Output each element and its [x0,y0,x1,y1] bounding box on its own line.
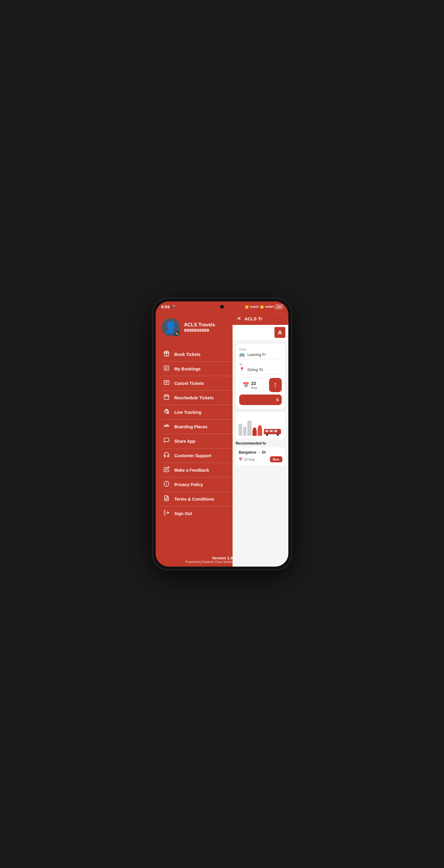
return-label: AT [274,382,276,388]
tree-2 [258,425,262,436]
date-row: 📅 22 Aug AT [239,378,282,392]
sidebar-item-share-app[interactable]: Share App [162,434,236,448]
make-feedback-label: Make a Feedback [174,468,209,472]
customer-support-label: Customer Support [174,453,211,458]
app-content: 👤 ✏️ ACLS Travels 9999999999 [156,312,288,567]
share-app-icon [163,437,170,445]
sidebar-item-terms-conditions[interactable]: Terms & Conditions [162,492,236,506]
boarding-places-icon [163,423,170,430]
powered-text: Powered by Ezeeinfo Cloud Solutions [162,560,236,564]
recommended-title: Recommended fo [236,441,285,445]
status-time: 4:04 🎤 [161,304,175,309]
wifi-icon: 📶 [245,305,248,309]
live-tracking-icon [163,408,170,416]
search-label: S [276,398,279,402]
status-icons: 📶 VoWiFi 📶 VoWiFi 100 [245,305,283,309]
profile-section[interactable]: 👤 ✏️ ACLS Travels 9999999999 [162,318,236,339]
main-panel: ✕ ACLS Tr A From [233,312,288,567]
bus-icon: 🚌 [239,352,245,357]
from-value-row[interactable]: 🚌 Leaving Fr [239,352,282,359]
to-label: To [239,363,282,366]
phone-device: 4:04 🎤 📶 VoWiFi 📶 VoWiFi 100 👤 [153,299,291,569]
return-date-box[interactable]: AT [269,378,282,392]
bus-svg [264,427,282,436]
sidebar-item-make-feedback[interactable]: Make a Feedback [162,463,236,477]
from-field-row: From 🚌 Leaving Fr [239,348,282,359]
svg-line-18 [167,412,168,412]
time-display: 4:04 [161,304,170,309]
main-header: ✕ ACLS Tr [233,312,288,325]
svg-rect-6 [164,380,169,384]
from-value: Leaving Fr [247,352,266,357]
terms-conditions-icon [163,495,170,503]
search-card: From 🚌 Leaving Fr To 📍 Going To [236,344,285,409]
route-label: Bangalore → Di [239,450,282,455]
privacy-policy-label: Privacy Policy [174,482,203,487]
customer-support-icon [163,452,170,459]
profile-phone: 9999999999 [184,328,215,333]
battery-icon: 100 [275,305,283,309]
building-3 [247,421,251,436]
to-value: Going To [247,367,263,372]
date-day: 22 [251,381,257,386]
building-2 [243,427,246,436]
route-date-text: 22 Aug [244,458,254,461]
sidebar-item-my-bookings[interactable]: My Bookings [162,362,236,376]
to-field-row: To 📍 Going To [239,363,282,374]
svg-rect-30 [274,430,277,432]
date-info: 22 Aug [251,381,257,390]
make-feedback-icon [163,466,170,474]
cancel-tickets-icon [163,379,170,387]
my-bookings-label: My Bookings [174,367,201,371]
terms-conditions-label: Terms & Conditions [174,497,214,501]
sign-out-icon [163,510,170,517]
svg-rect-10 [165,395,169,399]
sidebar-item-customer-support[interactable]: Customer Support [162,448,236,463]
sidebar-item-reschedule-tickets[interactable]: Reschedule Tickets [162,391,236,405]
route-date: 📅 22 Aug [239,458,254,461]
sidebar-item-privacy-policy[interactable]: Privacy Policy [162,477,236,492]
cancel-tickets-label: Cancel Tickets [174,381,204,386]
recommended-section: Recommended fo Bangalore → Di 📅 22 Aug B… [233,441,288,465]
profile-name: ACLS Travels [184,322,215,328]
svg-point-14 [166,410,168,411]
sidebar-item-book-tickets[interactable]: Book Tickets [162,347,236,362]
illustration-area [236,412,285,439]
date-month: Aug [251,386,257,390]
reschedule-label: Reschedule Tickets [174,396,213,400]
privacy-policy-icon [163,481,170,488]
to-value-row[interactable]: 📍 Going To [239,367,282,374]
date-picker[interactable]: 📅 22 Aug [239,378,267,392]
sidebar-item-sign-out[interactable]: Sign Out [162,506,236,521]
avatar-wrapper: 👤 ✏️ [162,318,180,336]
version-info: Version 1.0.2 Powered by Ezeeinfo Cloud … [162,553,236,564]
location-icon: 📍 [239,367,245,372]
main-body: A From 🚌 Leaving Fr T [233,325,288,567]
status-bar: 4:04 🎤 📶 VoWiFi 📶 VoWiFi 100 [156,301,288,312]
edit-badge[interactable]: ✏️ [174,330,180,336]
app-logo: A [274,327,285,338]
main-title: ACLS Tr [244,316,262,321]
building-1 [239,424,242,436]
city-scene [239,421,282,436]
svg-point-31 [266,434,268,436]
search-button[interactable]: S [239,395,282,405]
book-button[interactable]: Boo [270,456,282,462]
wifi-label: VoWiFi [250,305,259,308]
book-tickets-icon [163,350,170,358]
live-tracking-label: Live Tracking [174,410,201,415]
logo-area: A [233,325,288,340]
close-button[interactable]: ✕ [237,315,241,322]
sidebar-item-live-tracking[interactable]: Live Tracking [162,405,236,420]
sidebar-item-boarding-places[interactable]: Boarding Places [162,420,236,434]
boarding-places-label: Boarding Places [174,424,208,429]
svg-rect-29 [270,430,273,432]
camera-notch [220,305,224,309]
svg-point-7 [166,382,168,383]
profile-info: ACLS Travels 9999999999 [184,322,215,333]
sidebar-item-cancel-tickets[interactable]: Cancel Tickets [162,376,236,391]
vowifi-label: VoWiFi [265,305,274,308]
tree-1 [253,427,257,436]
sign-out-label: Sign Out [174,511,192,516]
phone-screen: 4:04 🎤 📶 VoWiFi 📶 VoWiFi 100 👤 [156,301,288,567]
